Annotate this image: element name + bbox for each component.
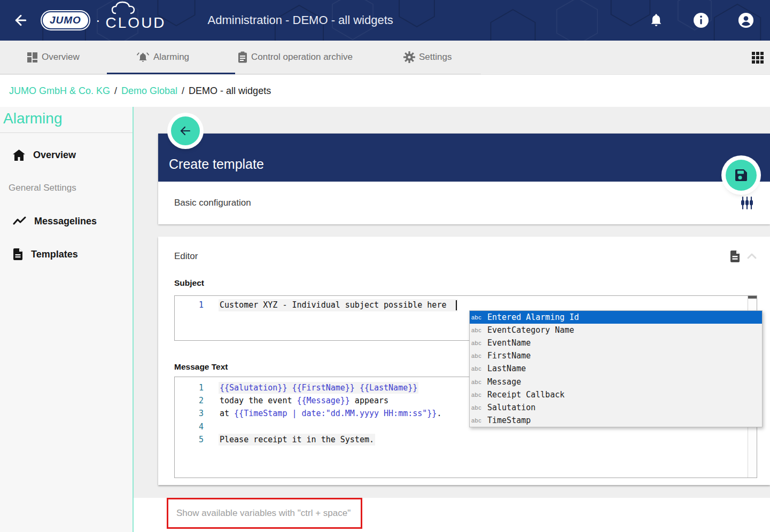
back-arrow-icon[interactable] [13,12,29,28]
apps-grid-icon[interactable] [752,52,764,64]
main-content: Create template Basic configuration Edit… [134,107,770,532]
autocomplete-item-label: Entered Alarming Id [487,312,579,322]
autocomplete-item[interactable]: abc LastName [470,362,762,375]
autocomplete-item[interactable]: abc Message [470,375,762,388]
sidebar-item-label: Templates [31,249,78,260]
line-number: 1 [175,300,220,310]
abc-type-icon: abc [471,353,483,359]
sidebar-item-overview[interactable]: Overview [0,138,133,171]
sidebar-item-label: Messagelines [34,216,97,227]
subject-label: Subject [174,278,757,288]
autocomplete-item[interactable]: abc FirstName [470,349,762,362]
document-icon [13,248,23,260]
line-number: 3 [175,409,220,418]
editor-document-icon[interactable] [730,251,740,262]
autocomplete-item[interactable]: abc Entered Alarming Id [470,311,762,324]
abc-type-icon: abc [471,340,483,346]
basic-configuration-row: Basic configuration [158,182,770,224]
user-account-icon[interactable] [738,12,754,28]
autocomplete-item-label: TimeStamp [487,416,531,425]
code-line[interactable]: 5 Please receipt it in the System. [175,433,757,446]
sidebar-item-messagelines[interactable]: Messagelines [0,205,133,238]
sidebar-item-label: Overview [33,150,76,161]
code-line-text: today the event {{Message}} appears [220,396,388,405]
jumo-cloud-logo[interactable]: JUMO · CLOUD [43,9,166,32]
line-chart-icon [13,216,26,226]
abc-type-icon: abc [471,314,483,320]
jumo-logo-pill: JUMO [43,12,88,28]
abc-type-icon: abc [471,392,483,398]
subject-line-text[interactable]: Customer XYZ - Individual subject possib… [220,300,457,310]
line-number: 2 [175,396,220,405]
tab-label: Alarming [153,52,189,62]
autocomplete-item[interactable]: abc Salutation [470,401,762,414]
bottom-strip: Show available variables with "ctrl + sp… [134,498,770,532]
tune-sliders-icon[interactable] [740,196,754,210]
code-line-text: Please receipt it in the System. [220,435,374,444]
cloud-outline-icon [108,1,146,14]
card-title: Create template [169,157,264,172]
autocomplete-item-label: Receipt Callback [487,390,565,400]
page-title: Administration - DEMO - all widgets [208,13,393,27]
autocomplete-item[interactable]: abc EventName [470,337,762,349]
tab-settings[interactable]: Settings [403,41,481,74]
autocomplete-item-label: Salutation [487,403,535,412]
abc-type-icon: abc [471,365,483,372]
tab-overview[interactable]: Overview [0,41,107,74]
back-fab-button[interactable] [171,116,200,145]
autocomplete-item-label: EventCategory Name [487,325,574,335]
text-cursor [456,300,457,310]
notifications-bell-icon[interactable] [648,12,664,28]
line-number: 5 [175,435,220,444]
abc-type-icon: abc [471,379,483,385]
alarming-sidebar: Alarming Overview General Settings Messa… [0,107,134,532]
breadcrumb-link-company[interactable]: JUMO GmbH & Co. KG [9,85,110,97]
home-icon [13,150,25,161]
tab-label: Overview [42,52,80,62]
autocomplete-item[interactable]: abc TimeStamp [470,414,762,427]
sidebar-item-templates[interactable]: Templates [0,238,133,271]
sidebar-item-label: General Settings [9,183,76,193]
main-tab-bar: Overview Alarming Control operation arch… [0,41,770,75]
alarm-bell-icon [136,51,150,63]
code-line-text: {{Salutation}} {{FirstName}} {{LastName}… [220,383,417,393]
gear-icon [403,51,415,63]
tab-alarming[interactable]: Alarming [107,41,235,74]
hint-text: Show available variables with "ctrl + sp… [176,508,351,519]
abc-type-icon: abc [471,404,483,411]
create-template-card: Create template Basic configuration [158,134,770,224]
save-floppy-icon [734,168,748,182]
cloud-logo-text: CLOUD [106,9,166,32]
hint-annotation-box: Show available variables with "ctrl + sp… [167,498,362,529]
editor-card: Editor Subject 1 Customer XYZ - Individu… [158,237,770,485]
code-line-text: at {{TimeStamp | date:"dd.MM.yyyy HH:mm:… [220,409,441,418]
tab-label: Control operation archive [251,52,353,62]
breadcrumb: JUMO GmbH & Co. KG / Demo Global / DEMO … [0,75,770,107]
autocomplete-item[interactable]: abc Receipt Callback [470,388,762,401]
autocomplete-item-label: Message [487,377,521,387]
abc-type-icon: abc [471,327,483,333]
create-template-header: Create template [158,134,770,182]
sidebar-title: Alarming [0,107,133,133]
info-icon[interactable] [693,12,709,28]
top-app-bar: JUMO · CLOUD Administration - DEMO - all… [0,0,770,41]
breadcrumb-separator: / [114,85,117,97]
line-number: 1 [175,383,220,393]
save-fab-button[interactable] [726,160,757,191]
subject-scrollbar[interactable] [748,296,757,311]
logo-separator-dot: · [96,12,100,29]
variable-autocomplete-dropdown: abc Entered Alarming Id abc EventCategor… [469,310,763,427]
dashboard-icon [27,52,38,63]
breadcrumb-current: DEMO - all widgets [189,85,271,97]
editor-label: Editor [174,251,198,262]
breadcrumb-link-demo-global[interactable]: Demo Global [121,85,177,97]
tab-label: Settings [419,52,452,62]
autocomplete-item-label: FirstName [487,351,531,361]
tab-control-operation-archive[interactable]: Control operation archive [235,41,403,74]
basic-configuration-label: Basic configuration [174,198,251,208]
sidebar-item-general-settings[interactable]: General Settings [0,171,133,205]
breadcrumb-separator: / [182,85,184,97]
line-number: 4 [175,422,220,432]
collapse-chevron-up-icon[interactable] [746,253,757,260]
autocomplete-item[interactable]: abc EventCategory Name [470,324,762,337]
